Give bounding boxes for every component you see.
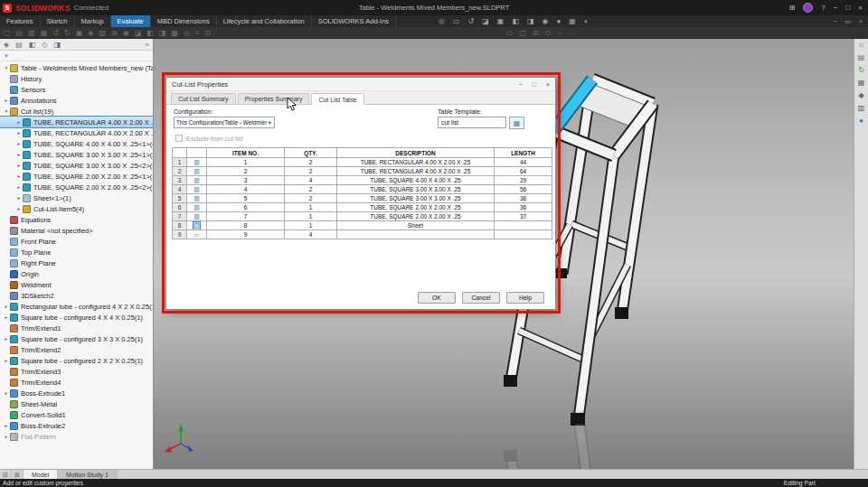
hide-show-items-icon[interactable]: ◉ (542, 15, 549, 27)
tree-item-front-plane[interactable]: Front Plane (0, 236, 153, 247)
tree-item-boss-extrude1[interactable]: ▸Boss-Extrude1 (0, 388, 153, 398)
ribbon-tab-lifecycle-and-collaboration[interactable]: Lifecycle and Collaboration (217, 15, 312, 27)
tree-item-weldment[interactable]: Weldment (0, 279, 153, 290)
cell-qty[interactable]: 1 (285, 221, 337, 230)
ribbon-tab-sketch[interactable]: Sketch (41, 15, 75, 27)
cell-description[interactable]: TUBE, SQUARE 3.00 X 3.00 X .25 (337, 194, 495, 203)
save-icon[interactable]: ▥ (28, 27, 35, 39)
doc-minimize-icon[interactable]: − (833, 18, 836, 24)
display-pane-icon[interactable]: ◌ (568, 27, 572, 39)
cell-item-no[interactable]: 1 (207, 158, 285, 167)
file-new-icon[interactable]: ▢ (4, 27, 11, 39)
cell-length[interactable]: 36 (495, 194, 552, 203)
apps-grid-icon[interactable]: ⊞ (789, 0, 796, 15)
cell-length[interactable]: 37 (495, 212, 552, 221)
cell-qty[interactable]: 2 (285, 185, 337, 194)
expand-arrow-icon[interactable]: ▸ (15, 119, 23, 125)
row-number-cell[interactable]: 7 (173, 212, 187, 221)
file-open-icon[interactable]: ▤ (16, 27, 24, 39)
toolbox-refresh-icon[interactable]: ↻ (854, 64, 868, 77)
design-library-icon[interactable]: ▤ (854, 52, 868, 64)
cell-description[interactable] (337, 230, 495, 239)
help-button[interactable]: Help (506, 292, 544, 304)
row-icon-cell[interactable]: ▥ (187, 212, 207, 221)
propertymanager-icon[interactable]: ▤ (15, 41, 23, 49)
cell-description[interactable]: TUBE, SQUARE 2.00 X 2.00 X .25 (337, 212, 495, 221)
expand-arrow-icon[interactable]: ▸ (3, 98, 10, 103)
cell-description[interactable]: TUBE, SQUARE 3.00 X 3.00 X .25 (337, 185, 495, 194)
view-orientation-icon[interactable]: ◧ (512, 15, 519, 27)
tree-item-history[interactable]: History (0, 73, 153, 84)
ribbon-tab-evaluate[interactable]: Evaluate (111, 15, 151, 27)
doc-close-icon[interactable]: × (859, 18, 863, 24)
column-header-item-no[interactable]: ITEM NO. (207, 148, 285, 158)
expand-arrow-icon[interactable]: ▸ (15, 141, 23, 146)
section-icon[interactable]: ◪ (135, 27, 142, 39)
row-number-cell[interactable]: 6 (173, 203, 187, 212)
tree-item-annotations[interactable]: ▸Annotations (0, 95, 153, 106)
expand-arrow-icon[interactable]: ▸ (15, 152, 23, 157)
zoom-area-icon[interactable]: ▭ (453, 15, 460, 27)
filter-funnel-icon[interactable]: ▼ (4, 53, 9, 59)
cell-length[interactable]: 36 (495, 203, 552, 212)
expand-arrow-icon[interactable]: ▸ (15, 195, 23, 201)
tree-item-square-tube-configured-4-x-4-x-0-25-1[interactable]: ▸Square tube - configured 4 X 4 X 0.25(1… (0, 312, 153, 323)
undo-icon[interactable]: ↺ (52, 27, 59, 39)
configurationmanager-icon[interactable]: ◧ (29, 41, 36, 49)
tree-item-tube-square-3-00-x-3-00-x-25-2-2[interactable]: ▸TUBE, SQUARE 3.00 X 3.00 X .25<2>(2) (0, 160, 153, 171)
tree-item-top-plane[interactable]: Top Plane (0, 247, 153, 258)
tree-item-tube-rectangular-4-00-x-2-00-x-25-1-2[interactable]: ▸TUBE, RECTANGULAR 4.00 X 2.00 X .25<1>(… (0, 117, 153, 127)
cell-item-no[interactable]: 6 (207, 203, 285, 212)
expand-arrow-icon[interactable]: ▸ (3, 314, 10, 320)
tree-item-flat-pattern[interactable]: ▸Flat-Pattern (0, 431, 153, 442)
cell-item-no[interactable]: 9 (207, 230, 285, 239)
expand-arrow-icon[interactable]: ▾ (3, 108, 10, 114)
row-number-cell[interactable]: 9 (173, 230, 187, 239)
isolate-icon[interactable]: ◇ (545, 27, 551, 39)
dimension-icon[interactable]: ≡ (195, 27, 200, 39)
previous-view-icon[interactable]: ↺ (468, 15, 475, 27)
tree-item-sensors[interactable]: Sensors (0, 84, 153, 95)
custom-properties-icon[interactable]: ▥ (854, 102, 868, 115)
cell-qty[interactable]: 1 (285, 203, 337, 212)
row-icon-cell[interactable]: ▥ (187, 203, 207, 212)
row-icon-cell[interactable]: ▭ (187, 230, 207, 239)
dialog-title-bar[interactable]: Cut-List Properties −□× (166, 78, 555, 91)
cell-length[interactable] (495, 221, 552, 230)
row-number-cell[interactable]: 5 (173, 194, 187, 203)
cell-qty[interactable]: 2 (285, 158, 337, 167)
tab-motion-study-1[interactable]: Motion Study 1 (58, 470, 118, 479)
cell-qty[interactable]: 2 (285, 194, 337, 203)
table-template-input[interactable]: cut list (438, 117, 506, 128)
tree-item-equations[interactable]: Equations (0, 214, 153, 225)
measure-icon[interactable]: ◧ (146, 27, 154, 39)
tree-item-trim-extend3[interactable]: Trim/Extend3 (0, 366, 153, 377)
cell-length[interactable] (495, 230, 552, 239)
cell-qty[interactable]: 4 (285, 176, 337, 185)
expand-arrow-icon[interactable]: ▸ (15, 206, 23, 211)
tree-item-square-tube-configured-3-x-3-x-0-25-1[interactable]: ▸Square tube - configured 3 X 3 X 0.25(1… (0, 333, 153, 344)
dialog-tab-cut-list-summary[interactable]: Cut List Summary (171, 93, 236, 104)
appearance-icon[interactable]: ◉ (123, 27, 129, 39)
cancel-button[interactable]: Cancel (462, 292, 500, 304)
column-header-description[interactable]: DESCRIPTION (337, 148, 495, 158)
view-settings-icon[interactable]: ◐ (584, 15, 589, 27)
tree-item-tube-square-4-00-x-4-00-x-25-1-4[interactable]: ▸TUBE, SQUARE 4.00 X 4.00 X .25<1>(4) (0, 138, 153, 149)
tree-item-right-plane[interactable]: Right Plane (0, 258, 153, 268)
mass-properties-icon[interactable]: ◨ (159, 27, 166, 39)
expand-arrow-icon[interactable]: ▸ (15, 173, 23, 179)
tree-item-trim-extend4[interactable]: Trim/Extend4 (0, 377, 153, 388)
cell-item-no[interactable]: 5 (207, 194, 285, 203)
table-template-browse-button[interactable]: ▦ (509, 117, 524, 129)
cell-qty[interactable]: 1 (285, 212, 337, 221)
selection-filter-icon[interactable]: ▭ (506, 27, 514, 39)
dialog-close-icon[interactable]: × (546, 81, 550, 88)
tree-item-rectangular-tube-configured-4-x-2-x-0-25[interactable]: ▸Rectangular tube - configured 4 X 2 X 0… (0, 301, 153, 312)
ribbon-tab-solidworks-add-ins[interactable]: SOLIDWORKS Add-Ins (312, 15, 396, 27)
community-icon[interactable]: ● (854, 115, 868, 127)
cell-qty[interactable]: 2 (285, 167, 337, 176)
row-icon-cell[interactable]: ▥ (187, 194, 207, 203)
ribbon-tab-features[interactable]: Features (0, 15, 41, 27)
expand-arrow-icon[interactable]: ▸ (15, 130, 23, 136)
cell-description[interactable]: Sheet (337, 221, 495, 230)
